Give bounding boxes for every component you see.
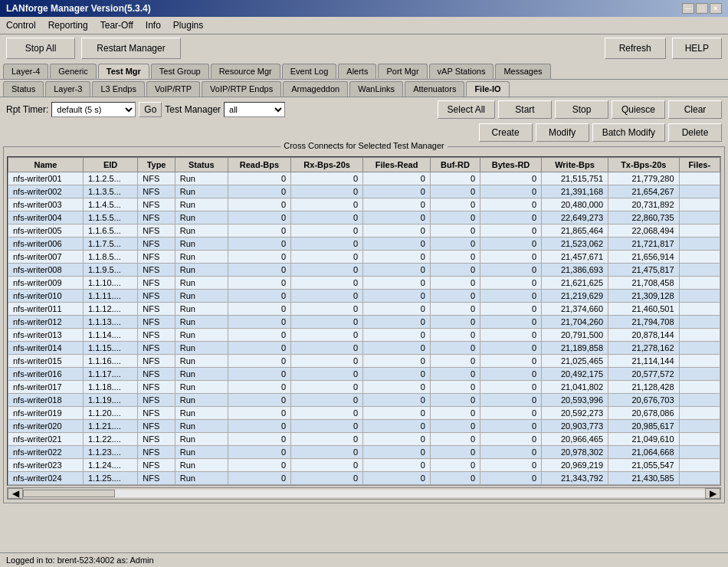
tab-port-mgr[interactable]: Port Mgr <box>378 64 427 79</box>
table-row[interactable]: nfs-writer0151.1.16....NFSRun0000021,025… <box>8 355 720 368</box>
col-eid: EID <box>83 158 137 172</box>
scroll-left-button[interactable]: ◀ <box>8 488 23 499</box>
table-cell: 0 <box>430 446 480 459</box>
table-cell: 0 <box>363 355 431 368</box>
table-cell: nfs-writer001 <box>8 172 84 185</box>
stop-all-button[interactable]: Stop All <box>6 38 75 59</box>
tab-voip-rtp-endps[interactable]: VoIP/RTP Endps <box>202 81 281 97</box>
table-row[interactable]: nfs-writer0101.1.11....NFSRun0000021,219… <box>8 290 720 303</box>
col-buf-rd: Buf-RD <box>430 158 480 172</box>
rpt-timer-select[interactable]: default (5 s) <box>51 102 136 117</box>
maximize-button[interactable]: □ <box>696 3 708 14</box>
table-cell: 20,480,000 <box>542 198 608 211</box>
table-row[interactable]: nfs-writer0011.1.2.5...NFSRun0000021,515… <box>8 172 720 185</box>
table-row[interactable]: nfs-writer0181.1.19....NFSRun0000020,593… <box>8 394 720 407</box>
table-row[interactable]: nfs-writer0021.1.3.5...NFSRun0000021,391… <box>8 185 720 198</box>
table-cell: Run <box>175 394 228 407</box>
table-cell <box>679 290 720 303</box>
table-row[interactable]: nfs-writer0091.1.10....NFSRun0000021,621… <box>8 277 720 290</box>
clear-button[interactable]: Clear <box>668 100 722 119</box>
tab-alerts[interactable]: Alerts <box>338 64 376 79</box>
modify-button[interactable]: Modify <box>536 123 589 142</box>
tab-wanlinks[interactable]: WanLinks <box>349 81 403 97</box>
table-row[interactable]: nfs-writer0061.1.7.5...NFSRun0000021,523… <box>8 238 720 251</box>
table-row[interactable]: nfs-writer0051.1.6.5...NFSRun0000021,865… <box>8 225 720 238</box>
tab-event-log[interactable]: Event Log <box>282 64 337 79</box>
close-button[interactable]: ✕ <box>710 3 722 14</box>
table-row[interactable]: nfs-writer0241.1.25....NFSRun0000021,343… <box>8 472 720 485</box>
table-cell: 0 <box>228 459 290 472</box>
table-row[interactable]: nfs-writer0071.1.8.5...NFSRun0000021,457… <box>8 251 720 264</box>
table-container[interactable]: Name EID Type Status Read-Bps Rx-Bps-20s… <box>7 156 721 486</box>
restart-manager-button[interactable]: Restart Manager <box>81 38 181 59</box>
table-row[interactable]: nfs-writer0121.1.13....NFSRun0000021,704… <box>8 316 720 329</box>
tab-voip-rtp[interactable]: VoIP/RTP <box>146 81 200 97</box>
tab-generic[interactable]: Generic <box>50 64 97 79</box>
table-row[interactable]: nfs-writer0031.1.4.5...NFSRun0000020,480… <box>8 198 720 211</box>
delete-button[interactable]: Delete <box>668 123 722 142</box>
menu-control[interactable]: Control <box>3 18 39 32</box>
tab-attenuators[interactable]: Attenuators <box>405 81 464 97</box>
go-button[interactable]: Go <box>139 102 162 117</box>
tab-test-mgr[interactable]: Test Mgr <box>98 64 149 79</box>
table-row[interactable]: nfs-writer0201.1.21....NFSRun0000020,903… <box>8 420 720 433</box>
refresh-button[interactable]: Refresh <box>605 38 666 59</box>
menu-reporting[interactable]: Reporting <box>45 18 91 32</box>
table-cell <box>679 211 720 225</box>
table-row[interactable]: nfs-writer0081.1.9.5...NFSRun0000021,386… <box>8 264 720 277</box>
tab-resource-mgr[interactable]: Resource Mgr <box>211 64 280 79</box>
menu-plugins[interactable]: Plugins <box>170 18 206 32</box>
tab-vap-stations[interactable]: vAP Stations <box>429 64 494 79</box>
table-cell: 0 <box>430 303 480 316</box>
table-row[interactable]: nfs-writer0141.1.15....NFSRun0000021,189… <box>8 342 720 355</box>
table-row[interactable]: nfs-writer0211.1.22....NFSRun0000020,966… <box>8 433 720 446</box>
table-cell: 21,530,746 <box>608 485 679 487</box>
menu-info[interactable]: Info <box>143 18 164 32</box>
table-cell: 21,523,062 <box>542 238 608 251</box>
table-cell: 0 <box>228 420 290 433</box>
table-cell: 21,654,267 <box>608 185 679 198</box>
table-cell: Run <box>175 446 228 459</box>
help-button[interactable]: HELP <box>672 38 722 59</box>
select-all-button[interactable]: Select All <box>438 100 495 119</box>
table-row[interactable]: nfs-writer0161.1.17....NFSRun0000020,492… <box>8 368 720 381</box>
table-cell: 20,985,617 <box>608 420 679 433</box>
table-cell: Run <box>175 211 228 225</box>
tab-file-io[interactable]: File-IO <box>466 81 509 97</box>
table-row[interactable]: nfs-writer0221.1.23....NFSRun0000020,978… <box>8 446 720 459</box>
create-button[interactable]: Create <box>479 123 533 142</box>
table-row[interactable]: nfs-writer0171.1.18....NFSRun0000021,041… <box>8 381 720 394</box>
tab-layer3[interactable]: Layer-3 <box>45 81 90 97</box>
menu-bar: Control Reporting Tear-Off Info Plugins <box>0 17 728 34</box>
table-row[interactable]: nfs-writer0131.1.14....NFSRun0000020,791… <box>8 329 720 342</box>
menu-tear-off[interactable]: Tear-Off <box>97 18 136 32</box>
start-button[interactable]: Start <box>498 100 552 119</box>
tab-messages[interactable]: Messages <box>495 64 550 79</box>
table-row[interactable]: nfs-writer0251.1.26....NFSRun0000021,441… <box>8 485 720 487</box>
batch-modify-button[interactable]: Batch Modify <box>592 123 665 142</box>
quiesce-button[interactable]: Quiesce <box>612 100 665 119</box>
test-manager-select[interactable]: all <box>224 102 285 117</box>
title-bar-buttons: — □ ✕ <box>682 3 722 14</box>
tab-l3-endps[interactable]: L3 Endps <box>92 81 144 97</box>
table-cell: 0 <box>291 290 363 303</box>
table-cell <box>679 381 720 394</box>
table-cell: NFS <box>138 485 175 487</box>
table-row[interactable]: nfs-writer0111.1.12....NFSRun0000021,374… <box>8 303 720 316</box>
table-cell: 0 <box>363 394 431 407</box>
scroll-right-button[interactable]: ▶ <box>705 488 720 499</box>
minimize-button[interactable]: — <box>682 3 694 14</box>
table-row[interactable]: nfs-writer0231.1.24....NFSRun0000020,969… <box>8 459 720 472</box>
scroll-thumb[interactable] <box>23 490 115 497</box>
table-row[interactable]: nfs-writer0041.1.5.5...NFSRun0000022,649… <box>8 211 720 225</box>
tab-layer4[interactable]: Layer-4 <box>3 64 48 79</box>
table-cell: 0 <box>363 368 431 381</box>
tab-armageddon[interactable]: Armageddon <box>283 81 348 97</box>
stop-button[interactable]: Stop <box>555 100 608 119</box>
table-cell: nfs-writer014 <box>8 342 84 355</box>
tab-status[interactable]: Status <box>3 81 44 97</box>
tab-test-group[interactable]: Test Group <box>151 64 209 79</box>
table-cell: 21,343,792 <box>542 472 608 485</box>
table-row[interactable]: nfs-writer0191.1.20....NFSRun0000020,592… <box>8 407 720 420</box>
table-cell: nfs-writer007 <box>8 251 84 264</box>
